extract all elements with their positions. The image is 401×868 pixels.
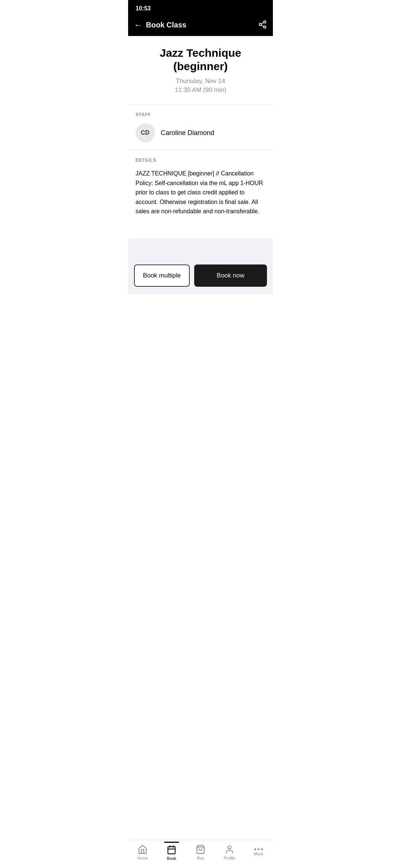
book-now-button[interactable]: Book now [194, 264, 267, 287]
back-button[interactable]: ← [134, 20, 142, 30]
staff-name: Caroline Diamond [161, 129, 214, 137]
staff-section-label: STAFF [136, 112, 265, 117]
nav-left: ← Book Class [134, 20, 186, 30]
class-title: Jazz Technique (beginner) [136, 46, 265, 73]
staff-section: STAFF CD Caroline Diamond [136, 105, 265, 150]
class-time: 11:30 AM (90 min) [136, 86, 265, 94]
svg-line-4 [261, 23, 264, 24]
class-date: Thursday, Nov 14 [136, 78, 265, 85]
status-bar: 10:53 [128, 0, 273, 16]
status-time: 10:53 [136, 5, 151, 12]
details-text: JAZZ TECHNIQUE [beginner] // Cancellatio… [136, 169, 265, 216]
details-section-label: DETAILS [136, 158, 265, 163]
nav-header: ← Book Class [128, 16, 273, 36]
main-content: Jazz Technique (beginner) Thursday, Nov … [128, 36, 273, 231]
book-multiple-button[interactable]: Book multiple [134, 264, 190, 287]
buttons-row: Book multiple Book now [134, 264, 267, 287]
svg-line-3 [261, 25, 264, 27]
page-title: Book Class [146, 21, 186, 29]
bottom-section: Book multiple Book now [128, 239, 273, 294]
share-icon [258, 20, 267, 29]
staff-avatar: CD [136, 123, 155, 142]
staff-row: CD Caroline Diamond [136, 123, 265, 142]
details-section: DETAILS JAZZ TECHNIQUE [beginner] // Can… [136, 150, 265, 224]
staff-avatar-initials: CD [141, 129, 149, 136]
share-button[interactable] [258, 20, 267, 30]
